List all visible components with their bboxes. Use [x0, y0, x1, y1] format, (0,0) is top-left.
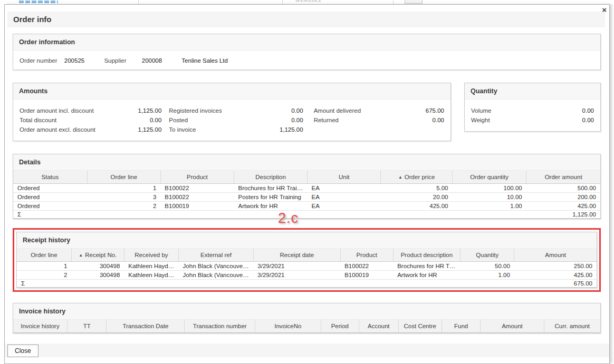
field-value: 0.00: [291, 106, 303, 115]
cell-unit: EA: [308, 202, 381, 211]
dialog-footer: [5, 343, 609, 357]
sort-asc-icon: ▲: [79, 253, 83, 258]
table-row[interactable]: Ordered2B100019Artwork for HREA425.001.0…: [13, 202, 600, 211]
receipt-history-table: Order line▲Receipt No.Received byExterna…: [17, 249, 597, 288]
column-header-order-amount[interactable]: Order amount: [526, 171, 600, 184]
cell-amount: 425.00: [514, 271, 597, 280]
sum-spacer: [87, 211, 526, 219]
column-header-order-quantity[interactable]: Order quantity: [453, 171, 526, 184]
cell-order-quantity: 100.00: [453, 184, 526, 193]
column-header-fund[interactable]: Fund: [442, 320, 480, 333]
cell-unit: EA: [308, 193, 381, 202]
cell-receipt-no: 300498: [71, 262, 124, 271]
cell-order-quantity: 1.00: [453, 202, 526, 211]
column-header-unit[interactable]: Unit: [308, 171, 381, 184]
amount-field: Returned 0.00: [314, 115, 444, 125]
column-header-invoiceno[interactable]: InvoiceNo: [255, 320, 321, 333]
amount-field: Total discount 0.00: [20, 115, 161, 125]
column-header-order-line[interactable]: Order line: [87, 171, 160, 184]
column-header-product[interactable]: Product: [160, 171, 234, 184]
amount-field: Order amount incl. discount 1,125.00: [20, 106, 161, 115]
column-header-invoice-history[interactable]: Invoice history: [13, 320, 67, 333]
column-header-product[interactable]: Product: [340, 249, 393, 262]
column-header-period[interactable]: Period: [321, 320, 359, 333]
column-header-account[interactable]: Account: [359, 320, 399, 333]
cell-product: B100022: [160, 184, 234, 193]
column-header-external-ref[interactable]: External ref: [179, 249, 254, 262]
cell-product: B100019: [340, 271, 393, 280]
column-header-cost-centre[interactable]: Cost Centre: [398, 320, 442, 333]
cell-order-amount: 425.00: [526, 202, 600, 211]
cell-receipt-date: 3/29/2021: [253, 271, 340, 280]
column-header-received-by[interactable]: Received by: [124, 249, 178, 262]
details-section: Details StatusOrder lineProductDescripti…: [13, 154, 601, 219]
column-header-amount[interactable]: Amount: [514, 249, 597, 262]
cell-order-quantity: 10.00: [453, 193, 526, 202]
close-button[interactable]: Close: [7, 345, 39, 357]
cell-description: Posters for HR Training: [234, 193, 307, 202]
order-information-title: Order information: [13, 34, 600, 51]
column-header-curr-amount[interactable]: Curr. amount: [544, 320, 600, 333]
sum-spacer: [71, 280, 514, 288]
amount-field: Registered invoices 0.00: [169, 106, 303, 115]
sum-total: 1,125.00: [526, 211, 600, 219]
field-label: Order amount excl. discount: [20, 125, 95, 134]
column-header-receipt-no[interactable]: ▲Receipt No.: [71, 249, 124, 262]
table-row[interactable]: 1300498Kathleen HaydenJohn Black (Vancou…: [17, 262, 597, 271]
receipt-history-section: Receipt history Order line▲Receipt No.Re…: [16, 232, 597, 288]
background-toolbar-fragment: [405, 0, 423, 4]
cell-status: Ordered: [13, 184, 87, 193]
cell-order-price: 20.00: [381, 193, 453, 202]
field-value: 1,125.00: [280, 125, 303, 134]
cell-receipt-no: 300498: [71, 271, 124, 280]
background-link-fragment: [19, 1, 58, 3]
cell-external-ref: John Black (Vancouver Of...: [179, 271, 254, 280]
field-label: Posted: [169, 115, 188, 125]
field-label: Total discount: [20, 115, 56, 125]
amount-field: Amount delivered 675.00: [314, 106, 444, 115]
sum-row: Σ1,125.00: [13, 211, 600, 219]
amount-field: Order amount excl. discount 1,125.00: [20, 125, 161, 134]
cell-order-line: 1: [17, 262, 71, 271]
field-value: 675.00: [426, 106, 444, 115]
table-row[interactable]: 2300498Kathleen HaydenJohn Black (Vancou…: [17, 271, 597, 280]
table-row[interactable]: Ordered3B100022Posters for HR TrainingEA…: [13, 193, 600, 202]
column-header-status[interactable]: Status: [13, 171, 87, 184]
invoice-history-table: Invoice historyTTTransaction DateTransac…: [13, 320, 600, 333]
close-icon[interactable]: ×: [602, 5, 607, 15]
cell-quantity: 50.00: [460, 262, 514, 271]
cell-status: Ordered: [13, 193, 87, 202]
field-value: 0.00: [291, 115, 303, 125]
column-header-receipt-date[interactable]: Receipt date: [253, 249, 340, 262]
column-header-transaction-number[interactable]: Transaction number: [185, 320, 255, 333]
header-row: StatusOrder lineProductDescriptionUnit▲O…: [13, 171, 600, 184]
order-info-dialog: × Order info Order information Order num…: [4, 4, 610, 364]
quantity-field: Volume 0.00: [471, 106, 594, 115]
column-header-amount[interactable]: Amount: [481, 320, 544, 333]
cell-product: B100022: [160, 193, 234, 202]
field-value: 1,125.00: [138, 106, 162, 115]
supplier-code: 200008: [142, 57, 162, 64]
cell-order-line: 1: [87, 184, 160, 193]
cell-received-by: Kathleen Hayden: [124, 262, 178, 271]
column-header-quantity[interactable]: Quantity: [460, 249, 514, 262]
cell-order-line: 2: [87, 202, 160, 211]
column-header-tt[interactable]: TT: [67, 320, 107, 333]
order-number-label: Order number: [20, 57, 57, 64]
cell-order-line: 3: [87, 193, 160, 202]
column-header-order-line[interactable]: Order line: [17, 249, 71, 262]
column-header-product-description[interactable]: Product description: [393, 249, 460, 262]
table-row[interactable]: Ordered1B100022Brochures for HR Traini..…: [13, 184, 600, 193]
column-header-order-price[interactable]: ▲Order price: [381, 171, 453, 184]
cell-unit: EA: [308, 184, 381, 193]
cell-order-line: 2: [17, 271, 71, 280]
header-row: Order line▲Receipt No.Received byExterna…: [17, 249, 597, 262]
column-header-transaction-date[interactable]: Transaction Date: [107, 320, 185, 333]
field-label: Weight: [471, 115, 490, 125]
sum-total: 675.00: [514, 280, 597, 288]
cell-product-description: Artwork for HR: [393, 271, 460, 280]
quantity-section: Quantity Volume 0.00 Weight 0.00: [464, 83, 601, 132]
field-label: To invoice: [169, 125, 196, 134]
field-label: Order amount incl. discount: [20, 106, 94, 115]
column-header-description[interactable]: Description: [234, 171, 307, 184]
